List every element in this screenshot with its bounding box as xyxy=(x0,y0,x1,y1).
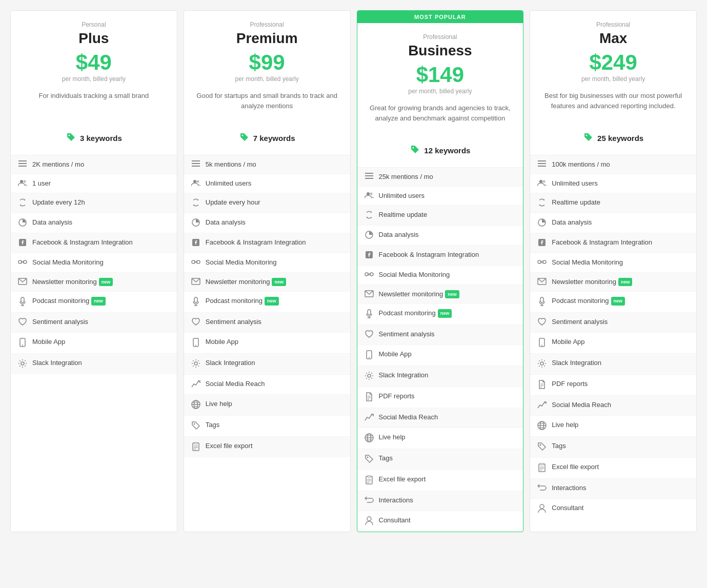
feature-text-3: Data analysis xyxy=(206,218,246,227)
features-list: 25k mentions / mo Unlimited users Realti… xyxy=(357,168,523,532)
feature-text-16: Interactions xyxy=(379,496,413,505)
feature-icon-6 xyxy=(537,278,547,287)
feature-text-6: Newsletter monitoringnew xyxy=(206,277,286,287)
svg-rect-13 xyxy=(21,297,24,302)
feature-text-7: Podcast monitoringnew xyxy=(32,296,106,306)
svg-rect-23 xyxy=(192,160,193,161)
feature-text-0: 100k mentions / mo xyxy=(552,160,610,169)
keywords-badge: 3 keywords xyxy=(19,130,169,147)
svg-point-55 xyxy=(370,193,372,195)
feature-text-5: Social Media Monitoring xyxy=(206,258,277,267)
plan-card-business: MOST POPULAR Professional Business $149 … xyxy=(357,10,524,532)
plan-header: Professional Business $149 per month, bi… xyxy=(357,23,523,168)
feature-item: Live help xyxy=(184,395,350,416)
feature-icon-9 xyxy=(191,338,200,349)
plan-name: Max xyxy=(538,30,688,47)
feature-item: PDF reports xyxy=(530,375,696,396)
feature-item: Mobile App xyxy=(184,333,350,354)
feature-text-2: Realtime update xyxy=(552,198,600,207)
feature-text-15: Excel file export xyxy=(552,462,599,472)
feature-text-5: Social Media Monitoring xyxy=(379,270,450,279)
feature-item: Social Media Reach xyxy=(184,375,350,395)
feature-text-12: Live help xyxy=(206,399,232,409)
feature-text-6: Newsletter monitoringnew xyxy=(379,290,459,299)
plan-card-plus: Personal Plus $49 per month, billed year… xyxy=(10,10,177,532)
feature-item: Tags xyxy=(530,437,696,458)
feature-text-1: 1 user xyxy=(32,179,51,188)
feature-item: Social Media Reach xyxy=(357,408,523,428)
feature-text-17: Consultant xyxy=(552,503,583,513)
feature-item: Unlimited users xyxy=(184,174,350,193)
feature-text-6: Newsletter monitoringnew xyxy=(32,277,113,287)
svg-point-49 xyxy=(413,147,414,149)
feature-icon-3 xyxy=(18,218,27,228)
feature-icon-15 xyxy=(537,463,547,474)
feature-item: Podcast monitoringnew xyxy=(184,292,350,313)
feature-text-12: Social Media Reach xyxy=(552,400,611,410)
feature-icon-5 xyxy=(365,271,374,279)
feature-item: Realtime update xyxy=(357,206,523,226)
svg-point-82 xyxy=(367,517,371,521)
feature-text-0: 25k mentions / mo xyxy=(379,172,433,181)
feature-text-3: Data analysis xyxy=(552,218,592,227)
feature-item: Tags xyxy=(357,449,523,470)
feature-item: Slack Integration xyxy=(357,366,523,387)
plan-price: $249 xyxy=(538,52,688,73)
feature-icon-1 xyxy=(191,179,200,188)
feature-item: Excel file export xyxy=(184,437,350,457)
feature-text-17: Consultant xyxy=(379,516,411,525)
svg-point-25 xyxy=(196,180,199,183)
new-badge: new xyxy=(272,278,286,287)
svg-rect-86 xyxy=(538,166,546,167)
feature-item: Unlimited users xyxy=(530,174,696,193)
feature-icon-0 xyxy=(191,160,200,169)
feature-icon-6 xyxy=(365,290,374,299)
svg-rect-62 xyxy=(368,310,371,315)
feature-item: Newsletter monitoringnew xyxy=(530,273,696,292)
plan-billing: per month, billed yearly xyxy=(19,75,169,83)
feature-icon-6 xyxy=(191,278,200,287)
feature-text-4: Facebook & Instagram Integration xyxy=(206,238,306,247)
svg-point-19 xyxy=(241,135,243,136)
new-badge: new xyxy=(438,309,452,318)
plan-price: $99 xyxy=(192,52,342,73)
plan-tier: Professional xyxy=(192,21,342,28)
feature-item: Slack Integration xyxy=(11,354,177,374)
svg-rect-51 xyxy=(365,175,373,176)
plan-description: Best for big businesses with our most po… xyxy=(538,91,688,121)
feature-text-12: Social Media Reach xyxy=(379,413,438,422)
feature-text-8: Sentiment analysis xyxy=(206,317,261,327)
feature-icon-13 xyxy=(537,421,547,432)
feature-text-14: Tags xyxy=(379,454,393,463)
features-list: 5k mentions / mo Unlimited users Update … xyxy=(184,155,350,457)
plan-billing: per month, billed yearly xyxy=(192,75,342,83)
keywords-count: 12 keywords xyxy=(424,146,470,155)
feature-item: Interactions xyxy=(530,479,696,499)
feature-item: Realtime update xyxy=(530,193,696,213)
feature-text-13: Live help xyxy=(379,433,406,442)
feature-text-2: Realtime update xyxy=(379,210,428,219)
feature-text-5: Social Media Monitoring xyxy=(552,258,623,267)
feature-icon-12 xyxy=(191,400,200,411)
feature-icon-0 xyxy=(537,160,547,169)
feature-icon-16 xyxy=(365,496,374,506)
feature-item: Newsletter monitoringnew xyxy=(11,273,177,292)
plan-tier: Professional xyxy=(538,21,688,28)
feature-item: Slack Integration xyxy=(530,354,696,375)
feature-text-10: Slack Integration xyxy=(206,358,255,368)
feature-text-14: Excel file export xyxy=(206,441,253,451)
feature-item: Mobile App xyxy=(11,333,177,354)
feature-text-13: Live help xyxy=(552,420,578,430)
keywords-badge: 25 keywords xyxy=(538,130,688,147)
feature-icon-14 xyxy=(365,454,374,465)
feature-icon-11 xyxy=(537,380,547,391)
feature-item: 100k mentions / mo xyxy=(530,155,696,174)
plan-price: $49 xyxy=(19,52,169,73)
feature-text-15: Excel file export xyxy=(379,475,426,484)
new-badge: new xyxy=(618,278,633,287)
feature-item: Unlimited users xyxy=(357,187,523,206)
svg-rect-4 xyxy=(18,160,20,161)
plan-card-premium: Professional Premium $99 per month, bill… xyxy=(184,10,351,532)
most-popular-banner: MOST POPULAR xyxy=(357,11,523,23)
feature-text-7: Podcast monitoringnew xyxy=(379,309,452,318)
